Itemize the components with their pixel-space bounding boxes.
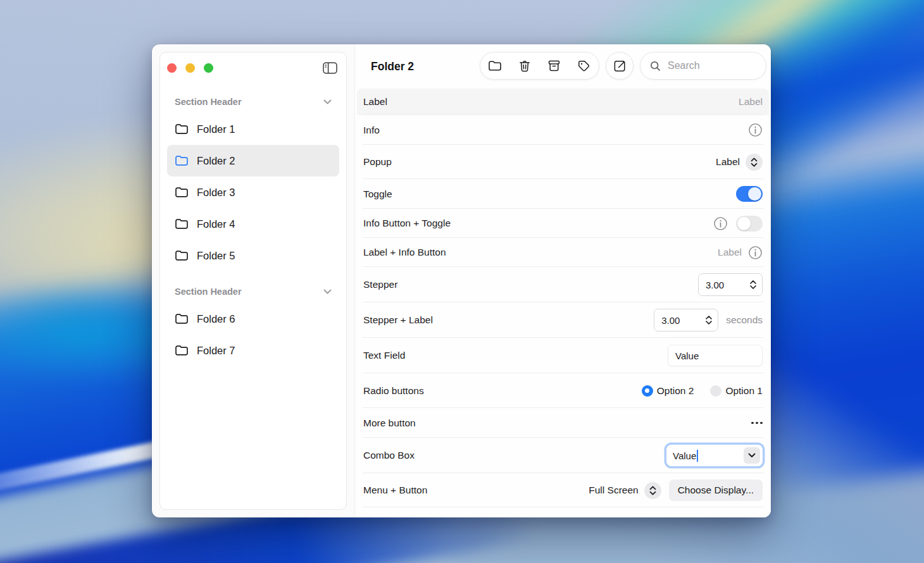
chevron-down-icon — [748, 453, 756, 458]
updown-chevrons-icon[interactable] — [746, 154, 763, 171]
row-info-toggle-title: Info Button + Toggle — [363, 218, 451, 229]
radio-option-2[interactable]: Option 2 — [642, 385, 694, 397]
radio-option-label: Option 1 — [725, 385, 763, 397]
label-info-value: Label — [718, 247, 742, 258]
sidebar-item-folder-5[interactable]: Folder 5 — [167, 240, 339, 271]
row-stepper-label-title: Stepper + Label — [363, 314, 433, 326]
search-field[interactable] — [640, 52, 766, 80]
row-combo-title: Combo Box — [363, 450, 415, 461]
detail-pane: Folder 2 — [354, 44, 771, 517]
chevron-down-icon — [706, 321, 712, 325]
chevron-up-icon — [750, 280, 756, 284]
info-toggle-control — [713, 216, 763, 232]
compose-button[interactable] — [606, 52, 634, 80]
minimize-window-button[interactable] — [185, 63, 195, 73]
row-stepper-title: Stepper — [363, 279, 397, 290]
section-gap — [167, 271, 339, 283]
row-label-title: Label — [363, 96, 387, 108]
sidebar-section-header-2[interactable]: Section Header — [167, 283, 339, 300]
choose-display-button[interactable]: Choose Display... — [669, 479, 763, 501]
sidebar: Section Header Folder 1 Folder 2 Folder … — [159, 52, 347, 510]
row-text-field: Text Field — [357, 338, 769, 373]
chevron-down-icon — [750, 285, 756, 289]
menu-popup[interactable]: Full Screen — [589, 482, 661, 499]
row-popup-title: Popup — [363, 156, 392, 168]
popup-control[interactable]: Label — [716, 154, 763, 171]
folder-icon — [175, 123, 189, 135]
popup-selected-value: Label — [716, 156, 740, 168]
sidebar-item-folder-7[interactable]: Folder 7 — [167, 335, 339, 366]
text-cursor — [697, 450, 698, 462]
sidebar-item-label: Folder 3 — [197, 187, 235, 199]
toggle-switch-on[interactable] — [736, 186, 763, 202]
combo-dropdown-button[interactable] — [744, 447, 760, 464]
sidebar-item-folder-4[interactable]: Folder 4 — [167, 208, 339, 240]
stepper-buttons[interactable] — [706, 316, 712, 325]
folder-icon — [175, 313, 189, 325]
archive-button[interactable] — [540, 53, 570, 79]
row-label-info: Label + Info Button Label — [357, 238, 769, 267]
sidebar-item-label: Folder 7 — [197, 345, 235, 357]
toggle-switch-off[interactable] — [736, 216, 763, 232]
sidebar-list: Section Header Folder 1 Folder 2 Folder … — [160, 83, 346, 366]
row-more-title: More button — [363, 418, 416, 429]
zoom-window-button[interactable] — [204, 63, 213, 73]
archive-box-icon — [547, 59, 561, 72]
page-title: Folder 2 — [371, 44, 414, 89]
folder-button[interactable] — [480, 53, 510, 79]
ellipsis-icon[interactable] — [751, 418, 763, 428]
compose-icon — [613, 59, 627, 73]
text-field-input[interactable] — [668, 345, 763, 366]
chevron-down-icon[interactable] — [323, 289, 332, 294]
sidebar-toggle-icon[interactable] — [322, 61, 337, 74]
sidebar-item-label: Folder 1 — [197, 123, 235, 135]
info-icon[interactable] — [748, 245, 763, 260]
folder-icon — [175, 187, 189, 198]
radio-unselected-icon — [710, 385, 721, 397]
sidebar-item-folder-3[interactable]: Folder 3 — [167, 176, 339, 208]
sidebar-section-header-1[interactable]: Section Header — [167, 93, 339, 111]
row-label: Label Label — [357, 89, 769, 115]
row-menu-button: Menu + Button Full Screen Choose Display… — [357, 473, 769, 507]
sidebar-item-folder-1[interactable]: Folder 1 — [167, 113, 339, 145]
row-radio-title: Radio buttons — [363, 385, 424, 397]
sidebar-item-label: Folder 2 — [197, 155, 235, 167]
radio-selected-icon — [642, 385, 653, 397]
sidebar-item-folder-2[interactable]: Folder 2 — [167, 145, 339, 176]
stepper-buttons[interactable] — [750, 280, 756, 289]
combo-box-field[interactable]: Value — [666, 445, 763, 466]
row-combo-box: Combo Box Value — [357, 438, 769, 473]
stepper-value: 3.00 — [706, 280, 724, 290]
search-input[interactable] — [666, 59, 761, 72]
chevron-up-icon — [706, 316, 712, 319]
settings-form: Label Label Info Popup Label To — [357, 89, 769, 507]
tag-button[interactable] — [569, 53, 599, 79]
section-header-label: Section Header — [175, 287, 242, 297]
radio-option-1[interactable]: Option 1 — [710, 385, 763, 397]
row-label-info-title: Label + Info Button — [363, 247, 446, 258]
sidebar-item-label: Folder 5 — [197, 250, 235, 262]
info-icon[interactable] — [748, 123, 763, 137]
row-text-field-title: Text Field — [363, 350, 405, 361]
sidebar-item-label: Folder 6 — [197, 313, 235, 325]
stepper-control[interactable]: 3.00 — [698, 273, 763, 296]
row-radio: Radio buttons Option 2 Option 1 — [357, 373, 769, 408]
stepper-label-control: 3.00 seconds — [654, 309, 763, 331]
radio-group: Option 2 Option 1 — [642, 385, 763, 397]
stepper-control[interactable]: 3.00 — [654, 309, 718, 331]
row-label-value: Label — [739, 96, 763, 108]
toolbar: Folder 2 — [355, 44, 771, 89]
tag-icon — [577, 59, 590, 73]
row-popup: Popup Label — [357, 145, 769, 179]
row-info-toggle: Info Button + Toggle — [357, 209, 769, 238]
trash-button[interactable] — [510, 53, 540, 79]
row-info-title: Info — [363, 125, 380, 136]
section-header-label: Section Header — [175, 97, 242, 107]
row-more-button: More button — [357, 408, 769, 438]
sidebar-item-folder-6[interactable]: Folder 6 — [167, 303, 339, 335]
row-toggle-title: Toggle — [363, 189, 392, 200]
info-icon[interactable] — [713, 216, 728, 231]
folder-icon — [175, 155, 189, 166]
chevron-down-icon[interactable] — [323, 99, 332, 104]
close-window-button[interactable] — [167, 63, 177, 73]
